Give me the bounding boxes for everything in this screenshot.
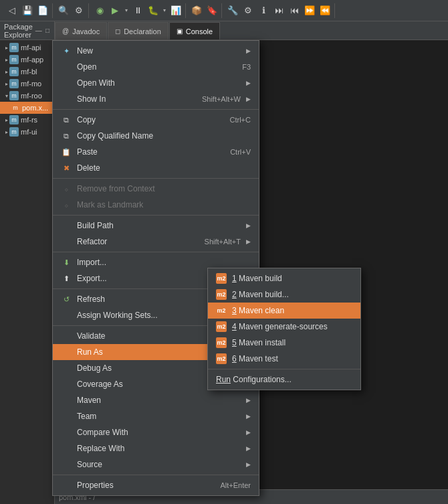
menu-compare-with-label: Compare With bbox=[77, 428, 241, 437]
separator-2 bbox=[53, 178, 259, 179]
menu-build-path-label: Build Path bbox=[77, 221, 241, 230]
open-icon bbox=[61, 62, 72, 72]
m2-maven-test-icon: m2 bbox=[216, 353, 227, 364]
menu-properties-label: Properties bbox=[77, 481, 213, 490]
menu-item-source[interactable]: Source ▶ bbox=[53, 456, 259, 473]
submenu-item-maven-install[interactable]: m2 5 Maven install bbox=[208, 335, 360, 351]
menu-maven-label: Maven bbox=[77, 396, 241, 405]
new-arrow-icon: ▶ bbox=[246, 48, 251, 54]
compare-with-icon bbox=[61, 427, 72, 438]
remove-icon: ⬦ bbox=[61, 183, 72, 194]
separator-3 bbox=[53, 215, 259, 216]
menu-item-open[interactable]: Open F3 bbox=[53, 59, 259, 75]
submenu-item-maven-generate[interactable]: m2 4 Maven generate-sources bbox=[208, 319, 360, 335]
replace-with-icon bbox=[61, 443, 72, 454]
run-configs-label: Run Configurations... bbox=[216, 375, 292, 384]
properties-icon bbox=[61, 480, 72, 491]
show-in-arrow-icon: ▶ bbox=[246, 96, 251, 102]
assign-icon bbox=[61, 310, 72, 321]
menu-remove-label: Remove from Context bbox=[77, 184, 251, 193]
submenu-item-maven-build[interactable]: m2 1 Maven build bbox=[208, 270, 360, 286]
menu-item-compare-with[interactable]: Compare With ▶ bbox=[53, 424, 259, 440]
menu-copy-label: Copy bbox=[77, 115, 223, 124]
compare-with-arrow-icon: ▶ bbox=[246, 429, 251, 436]
menu-item-maven[interactable]: Maven ▶ bbox=[53, 392, 259, 408]
source-icon bbox=[61, 459, 72, 470]
menu-item-open-with[interactable]: Open With ▶ bbox=[53, 75, 259, 91]
submenu-maven-build-label: 1 Maven build bbox=[232, 274, 352, 283]
submenu-item-maven-test[interactable]: m2 6 Maven test bbox=[208, 351, 360, 367]
menu-item-copy[interactable]: ⧉ Copy Ctrl+C bbox=[53, 112, 259, 128]
menu-source-label: Source bbox=[77, 460, 241, 469]
m2-maven-generate-icon: m2 bbox=[216, 321, 227, 332]
submenu-maven-clean-label: 3 Maven clean bbox=[232, 306, 352, 315]
menu-refactor-label: Refactor bbox=[77, 237, 198, 246]
mark-icon: ⬦ bbox=[61, 199, 72, 210]
menu-copy-qualified-label: Copy Qualified Name bbox=[77, 131, 251, 141]
separator-1 bbox=[53, 109, 259, 110]
coverage-as-icon bbox=[61, 379, 72, 390]
submenu-maven-test-label: 6 Maven test bbox=[232, 354, 352, 363]
submenu-separator bbox=[208, 369, 360, 369]
open-shortcut: F3 bbox=[242, 63, 251, 71]
import-icon: ⬇ bbox=[61, 257, 72, 268]
menu-item-delete[interactable]: ✖ Delete bbox=[53, 160, 259, 176]
delete-icon: ✖ bbox=[61, 163, 72, 173]
menu-item-team[interactable]: Team ▶ bbox=[53, 408, 259, 424]
menu-item-replace-with[interactable]: Replace With ▶ bbox=[53, 440, 259, 456]
properties-shortcut: Alt+Enter bbox=[220, 481, 251, 489]
menu-item-paste[interactable]: 📋 Paste Ctrl+V bbox=[53, 144, 259, 160]
refactor-arrow-icon: ▶ bbox=[246, 238, 251, 245]
team-icon bbox=[61, 411, 72, 422]
team-arrow-icon: ▶ bbox=[246, 413, 251, 420]
run-configurations-item[interactable]: Run Configurations... bbox=[208, 371, 360, 388]
paste-shortcut: Ctrl+V bbox=[230, 148, 251, 156]
replace-with-arrow-icon: ▶ bbox=[246, 445, 251, 452]
menu-item-copy-qualified[interactable]: ⧉ Copy Qualified Name bbox=[53, 128, 259, 144]
menu-item-new[interactable]: ✦ New ▶ bbox=[53, 43, 259, 59]
m2-maven-install-icon: m2 bbox=[216, 337, 227, 348]
menu-item-mark: ⬦ Mark as Landmark bbox=[53, 197, 259, 213]
open-with-icon bbox=[61, 78, 72, 88]
menu-item-show-in[interactable]: Show In Shift+Alt+W ▶ bbox=[53, 91, 259, 107]
menu-item-properties[interactable]: Properties Alt+Enter bbox=[53, 477, 259, 493]
menu-import-label: Import... bbox=[77, 258, 251, 267]
export-icon: ⬆ bbox=[61, 273, 72, 284]
submenu-maven-install-label: 5 Maven install bbox=[232, 338, 352, 347]
menu-delete-label: Delete bbox=[77, 163, 251, 173]
maven-arrow-icon: ▶ bbox=[246, 397, 251, 404]
menu-item-refactor[interactable]: Refactor Shift+Alt+T ▶ bbox=[53, 234, 259, 250]
run-as-icon bbox=[61, 347, 72, 357]
copy-qualified-icon: ⧉ bbox=[61, 131, 72, 141]
m2-maven-build2-icon: m2 bbox=[216, 289, 227, 300]
m2-maven-clean-icon: m2 bbox=[216, 305, 227, 316]
menu-open-with-label: Open With bbox=[77, 78, 241, 88]
paste-icon: 📋 bbox=[61, 147, 72, 157]
build-path-icon bbox=[61, 220, 72, 231]
show-in-icon bbox=[61, 94, 72, 104]
run-as-submenu: m2 1 Maven build m2 2 Maven build... m2 … bbox=[207, 268, 361, 390]
maven-icon bbox=[61, 395, 72, 406]
show-in-shortcut: Shift+Alt+W bbox=[202, 95, 241, 103]
menu-open-label: Open bbox=[77, 62, 235, 72]
menu-replace-with-label: Replace With bbox=[77, 444, 241, 453]
submenu-item-maven-clean[interactable]: m2 3 Maven clean bbox=[208, 303, 360, 319]
menu-paste-label: Paste bbox=[77, 147, 223, 157]
refactor-shortcut: Shift+Alt+T bbox=[205, 238, 241, 246]
separator-7 bbox=[53, 475, 259, 475]
source-arrow-icon: ▶ bbox=[246, 461, 251, 468]
validate-icon bbox=[61, 331, 72, 341]
refactor-icon bbox=[61, 236, 72, 247]
new-icon: ✦ bbox=[61, 46, 72, 56]
submenu-maven-generate-label: 4 Maven generate-sources bbox=[232, 322, 352, 331]
open-with-arrow-icon: ▶ bbox=[246, 80, 251, 86]
build-path-arrow-icon: ▶ bbox=[246, 222, 251, 229]
separator-4 bbox=[53, 252, 259, 252]
menu-show-in-label: Show In bbox=[77, 94, 195, 104]
m2-maven-build-icon: m2 bbox=[216, 273, 227, 284]
menu-mark-label: Mark as Landmark bbox=[77, 200, 251, 209]
menu-item-build-path[interactable]: Build Path ▶ bbox=[53, 218, 259, 234]
copy-shortcut: Ctrl+C bbox=[230, 116, 251, 124]
submenu-item-maven-build2[interactable]: m2 2 Maven build... bbox=[208, 286, 360, 303]
copy-icon: ⧉ bbox=[61, 114, 72, 125]
